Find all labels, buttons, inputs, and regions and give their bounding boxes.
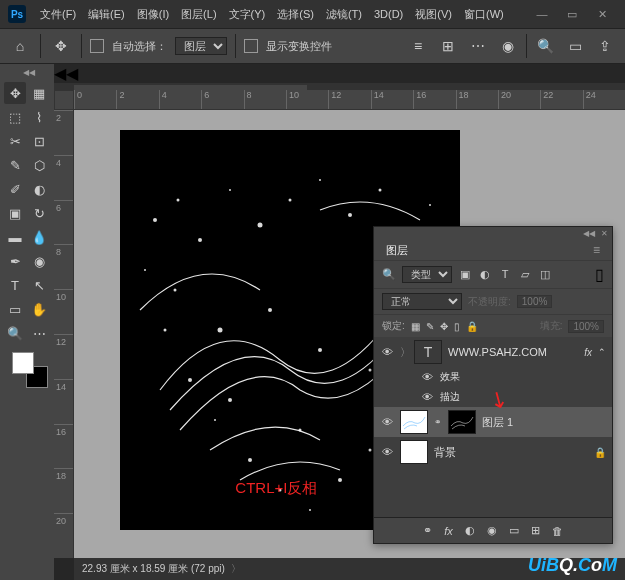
blur-tool[interactable]: 💧 [28,226,50,248]
search-icon[interactable]: 🔍 [533,34,557,58]
auto-select-target[interactable]: 图层 [175,37,227,55]
3d-mode-icon[interactable]: ◉ [496,34,520,58]
filter-adjust-icon[interactable]: ◐ [478,268,492,281]
edit-toolbar[interactable]: ⋯ [28,322,50,344]
svg-point-26 [268,308,272,312]
mask-thumb[interactable] [448,410,476,434]
auto-select-checkbox[interactable] [90,39,104,53]
lock-artboard-icon[interactable]: ✥ [440,321,448,332]
filter-smart-icon[interactable]: ◫ [538,268,552,281]
fill-value[interactable]: 100% [568,320,604,333]
menu-layer[interactable]: 图层(L) [175,7,222,22]
home-icon[interactable]: ⌂ [8,34,32,58]
show-transform-checkbox[interactable] [244,39,258,53]
link-icon[interactable]: ⚭ [434,417,442,427]
layer-name[interactable]: 图层 1 [482,415,606,430]
brush-tool[interactable]: ✐ [4,178,26,200]
visibility-icon[interactable]: 👁 [420,371,434,383]
svg-point-29 [228,398,232,402]
fx-badge[interactable]: fx [584,347,592,358]
type-tool[interactable]: T [4,274,26,296]
filter-type-icon[interactable]: T [498,268,512,281]
panel-close-icon[interactable]: ✕ [601,229,608,239]
marquee-tool[interactable]: ⬚ [4,106,26,128]
distribute-icon[interactable]: ⊞ [436,34,460,58]
move-tool-icon[interactable]: ✥ [49,34,73,58]
window-maximize[interactable]: ▭ [557,8,587,21]
filter-pixel-icon[interactable]: ▣ [458,268,472,281]
menu-type[interactable]: 文字(Y) [223,7,272,22]
filter-type-select[interactable]: 类型 [402,266,452,283]
new-layer-icon[interactable]: ⊞ [531,524,540,537]
layer-name[interactable]: 背景 [434,445,588,460]
layer-name[interactable]: WWW.PSAHZ.COM [448,346,578,358]
filter-toggle[interactable]: ▯ [595,265,604,284]
layer-fx-icon[interactable]: fx [444,525,453,537]
group-icon[interactable]: ▭ [509,524,519,537]
path-tool[interactable]: ↖ [28,274,50,296]
menu-window[interactable]: 窗口(W) [458,7,510,22]
crop-tool[interactable]: ✂ [4,130,26,152]
healing-tool[interactable]: ◐ [28,178,50,200]
menu-view[interactable]: 视图(V) [409,7,458,22]
layers-tab[interactable]: 图层 [380,241,414,260]
layer-background[interactable]: 👁 背景 🔒 [374,437,612,467]
layer-effects[interactable]: 👁 效果 [374,367,612,387]
lasso-tool[interactable]: ⌇ [28,106,50,128]
foreground-color[interactable] [12,352,34,374]
link-layers-icon[interactable]: ⚭ [423,524,432,537]
color-swatches[interactable] [12,352,48,388]
opacity-value[interactable]: 100% [517,295,553,308]
status-chevron-icon[interactable]: 〉 [231,562,241,576]
lock-all-icon[interactable]: 🔒 [466,321,478,332]
share-icon[interactable]: ⇪ [593,34,617,58]
rectangle-tool[interactable]: ▭ [4,298,26,320]
move-tool[interactable]: ✥ [4,82,26,104]
text-layer-thumb[interactable]: T [414,340,442,364]
magic-wand-tool[interactable]: ⬡ [28,154,50,176]
pen-tool[interactable]: ✒ [4,250,26,272]
delete-layer-icon[interactable]: 🗑 [552,525,563,537]
menu-image[interactable]: 图像(I) [131,7,175,22]
window-close[interactable]: ✕ [587,8,617,21]
adjustment-layer-icon[interactable]: ◉ [487,524,497,537]
lock-position-icon[interactable]: ✎ [426,321,434,332]
layer-text[interactable]: 👁 〉 T WWW.PSAHZ.COM fx ⌃ [374,337,612,367]
frame-tool[interactable]: ⊡ [28,130,50,152]
dodge-tool[interactable]: ◉ [28,250,50,272]
menu-filter[interactable]: 滤镜(T) [320,7,368,22]
panel-collapse[interactable]: ◀◀ [54,64,625,83]
workspace-icon[interactable]: ▭ [563,34,587,58]
hand-tool[interactable]: ✋ [28,298,50,320]
zoom-tool[interactable]: 🔍 [4,322,26,344]
filter-shape-icon[interactable]: ▱ [518,268,532,281]
layer-thumb[interactable] [400,440,428,464]
history-brush-tool[interactable]: ↻ [28,202,50,224]
ruler-origin[interactable] [54,90,74,110]
menu-3d[interactable]: 3D(D) [368,8,409,20]
toolbox-collapse[interactable]: ◀◀ [23,68,31,78]
lock-pixels-icon[interactable]: ▦ [411,321,420,332]
window-minimize[interactable]: — [527,8,557,20]
eyedropper-tool[interactable]: ✎ [4,154,26,176]
menu-file[interactable]: 文件(F) [34,7,82,22]
panel-menu-icon[interactable]: ≡ [587,241,606,260]
layer-thumb[interactable] [400,410,428,434]
gradient-tool[interactable]: ▬ [4,226,26,248]
lock-fill-icon[interactable]: ▯ [454,321,460,332]
fx-chevron-icon[interactable]: ⌃ [598,347,606,357]
clone-tool[interactable]: ▣ [4,202,26,224]
visibility-icon[interactable]: 👁 [420,391,434,403]
visibility-icon[interactable]: 👁 [380,346,394,358]
panel-collapse-icon[interactable]: ◀◀ [583,229,595,239]
visibility-icon[interactable]: 👁 [380,446,394,458]
layer-mask-icon[interactable]: ◐ [465,524,475,537]
artboard-tool[interactable]: ▦ [28,82,50,104]
align-icon[interactable]: ≡ [406,34,430,58]
lock-icon[interactable]: 🔒 [594,447,606,458]
blend-mode-select[interactable]: 正常 [382,293,462,310]
more-icon[interactable]: ⋯ [466,34,490,58]
menu-select[interactable]: 选择(S) [271,7,320,22]
menu-edit[interactable]: 编辑(E) [82,7,131,22]
visibility-icon[interactable]: 👁 [380,416,394,428]
